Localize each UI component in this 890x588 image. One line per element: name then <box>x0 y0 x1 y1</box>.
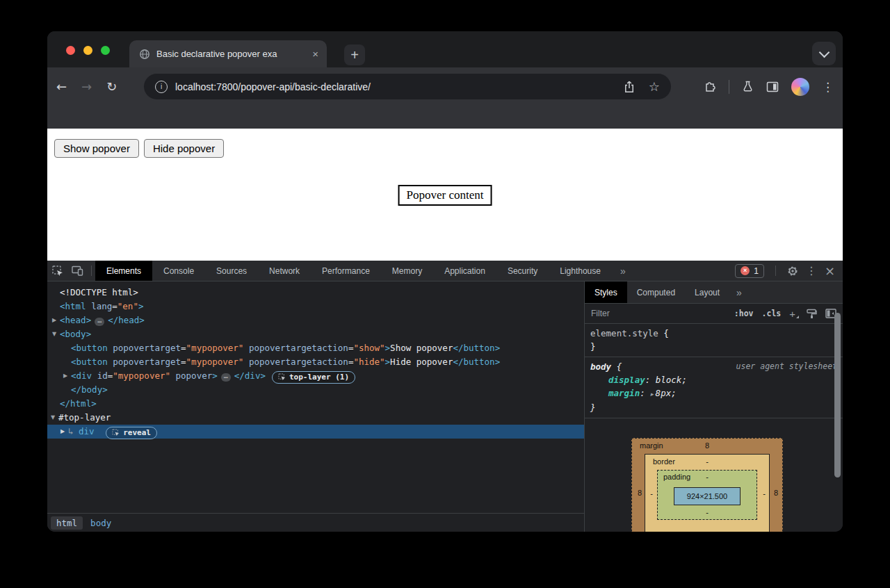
profile-avatar[interactable] <box>791 78 809 96</box>
new-tab-button[interactable]: + <box>344 44 365 65</box>
new-style-rule-button[interactable]: + <box>789 308 795 320</box>
code-segment: popover <box>170 370 212 381</box>
code-segment: <!DOCTYPE html> <box>60 287 138 297</box>
code-segment: ↳ <box>68 426 79 436</box>
hide-popover-button[interactable]: Hide popover <box>144 139 224 158</box>
minimize-window-button[interactable] <box>83 46 92 55</box>
device-toolbar-icon[interactable] <box>67 261 88 281</box>
code-segment: > <box>212 370 218 381</box>
dom-tree: <!DOCTYPE html><html lang="en">▶<head>…<… <box>47 281 584 513</box>
property-colon: : <box>645 375 656 385</box>
tab-search-button[interactable] <box>812 42 836 65</box>
dom-tree-line[interactable]: ▼#top-layer <box>47 411 584 425</box>
dom-tree-line[interactable]: <html lang="en"> <box>47 300 584 313</box>
omnibox[interactable]: i localhost:7800/popover-api/basic-decla… <box>144 74 671 99</box>
devtools-close-icon[interactable]: × <box>825 263 835 278</box>
show-popover-button[interactable]: Show popover <box>54 139 139 158</box>
code-segment: = <box>181 343 186 353</box>
crumb-html[interactable]: html <box>51 516 83 530</box>
chevron-down-icon <box>818 47 830 58</box>
browser-tab[interactable]: Basic declarative popover exa × <box>129 40 327 67</box>
devtools-tab-security[interactable]: Security <box>496 261 549 281</box>
style-rules: element.style {}body {user agent stylesh… <box>585 324 843 418</box>
element-badge[interactable]: reveal <box>106 427 157 439</box>
forward-button[interactable]: → <box>81 79 92 94</box>
scrollbar-thumb[interactable] <box>834 313 841 477</box>
dom-tree-line[interactable]: <!DOCTYPE html> <box>47 286 584 300</box>
expand-ellipsis-button[interactable]: … <box>221 373 231 382</box>
zoom-window-button[interactable] <box>101 46 110 55</box>
devtools-tab-elements[interactable]: Elements <box>95 261 152 281</box>
twisty-icon[interactable]: ▶ <box>50 313 58 327</box>
devtools-menu-kebab-icon[interactable]: ⋮ <box>806 264 817 277</box>
side-panel-icon[interactable] <box>766 81 779 92</box>
toolbar-separator <box>775 266 776 276</box>
crumb-body[interactable]: body <box>85 516 117 530</box>
twisty-icon[interactable]: ▼ <box>50 327 58 341</box>
close-window-button[interactable] <box>66 46 75 55</box>
code-segment: = <box>112 301 118 311</box>
experiments-flask-icon[interactable] <box>742 81 754 92</box>
elements-tree-pane: <!DOCTYPE html><html lang="en">▶<head>…<… <box>47 281 584 532</box>
toolbar-separator <box>729 80 729 94</box>
error-badge[interactable]: × 1 <box>735 264 764 278</box>
styles-tab-layout[interactable]: Layout <box>685 281 729 303</box>
reload-button[interactable]: ↻ <box>106 79 117 94</box>
inspect-element-icon[interactable] <box>47 261 67 281</box>
error-count: 1 <box>754 266 759 276</box>
devtools-tab-memory[interactable]: Memory <box>381 261 433 281</box>
style-property[interactable]: display: block; <box>590 373 837 386</box>
dom-tree-line[interactable]: ▼<body> <box>47 327 584 341</box>
dom-tree-line[interactable]: ▶<div id="mypopover" popover>…</div>top-… <box>47 369 584 383</box>
filter-input[interactable]: Filter <box>591 309 726 318</box>
code-segment: <button <box>71 343 108 353</box>
box-model[interactable]: margin 8 8 8 - - border - - - padding <box>631 438 783 532</box>
tab-close-icon[interactable]: × <box>312 49 318 59</box>
paint-format-icon[interactable] <box>807 309 817 319</box>
styles-more-tabs-icon[interactable]: » <box>729 281 749 303</box>
code-segment: "mypopover" <box>186 343 244 353</box>
devtools-tab-sources[interactable]: Sources <box>205 261 258 281</box>
browser-menu-kebab-icon[interactable]: ⋮ <box>822 80 834 94</box>
code-segment: </html> <box>60 398 97 409</box>
styles-tab-styles[interactable]: Styles <box>585 281 627 303</box>
twisty-icon[interactable]: ▶ <box>61 369 70 383</box>
dom-tree-line[interactable]: ▶<head>…</head> <box>47 313 584 327</box>
dom-tree-line[interactable]: ▶↳ div reveal <box>47 425 584 439</box>
devtools-tab-console[interactable]: Console <box>152 261 205 281</box>
dom-tree-line[interactable]: </body> <box>47 383 584 397</box>
more-tabs-icon[interactable]: » <box>612 261 634 281</box>
styles-tab-computed[interactable]: Computed <box>627 281 685 303</box>
code-segment: id <box>92 370 108 381</box>
devtools-tab-performance[interactable]: Performance <box>311 261 381 281</box>
style-property[interactable]: margin: ▸ 8px; <box>590 386 837 401</box>
browser-window: Basic declarative popover exa × + ← → ↻ … <box>47 31 843 532</box>
class-toggle-button[interactable]: .cls <box>762 309 782 318</box>
extensions-icon[interactable] <box>704 81 716 93</box>
margin-right-value: 8 <box>771 488 781 498</box>
devtools-tab-network[interactable]: Network <box>258 261 311 281</box>
pseudo-state-button[interactable]: :hov <box>734 309 754 318</box>
share-icon[interactable] <box>624 81 635 93</box>
rule-selector[interactable]: element.style <box>590 328 658 338</box>
settings-gear-icon[interactable] <box>787 266 798 277</box>
twisty-icon[interactable]: ▼ <box>49 411 57 425</box>
expand-shorthand-icon[interactable]: ▸ <box>650 391 655 398</box>
style-rule: body {user agent stylesheetdisplay: bloc… <box>585 357 843 418</box>
dom-tree-line[interactable]: <button popovertarget="mypopover" popove… <box>47 341 584 355</box>
rule-selector[interactable]: body <box>590 361 611 372</box>
back-button[interactable]: ← <box>56 79 67 94</box>
site-info-icon[interactable]: i <box>155 81 168 93</box>
toolbar-actions: ⋮ <box>704 74 834 99</box>
inspect-mini-icon <box>278 373 286 381</box>
dom-tree-line[interactable]: <button popovertarget="mypopover" popove… <box>47 355 584 369</box>
code-segment: "mypopover" <box>113 370 170 381</box>
expand-ellipsis-button[interactable]: … <box>95 318 104 326</box>
url-text[interactable]: localhost:7800/popover-api/basic-declara… <box>175 81 624 92</box>
devtools-tab-application[interactable]: Application <box>433 261 496 281</box>
bookmark-star-icon[interactable]: ☆ <box>649 79 660 94</box>
twisty-icon[interactable]: ▶ <box>58 425 67 439</box>
element-badge[interactable]: top-layer (1) <box>272 371 355 384</box>
devtools-tab-lighthouse[interactable]: Lighthouse <box>549 261 612 281</box>
dom-tree-line[interactable]: </html> <box>47 397 584 411</box>
